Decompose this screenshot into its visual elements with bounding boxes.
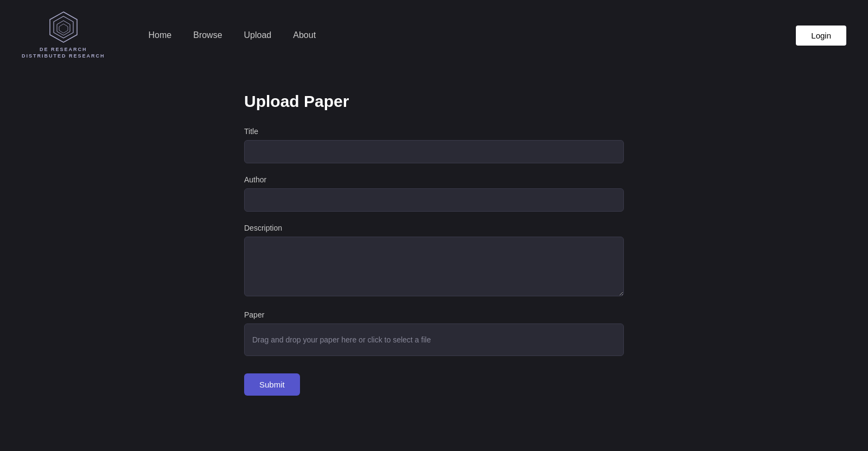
description-label: Description	[244, 224, 624, 232]
svg-marker-3	[59, 24, 68, 33]
description-textarea[interactable]	[244, 237, 624, 296]
nav-about[interactable]: About	[293, 30, 316, 40]
title-group: Title	[244, 127, 624, 163]
description-group: Description	[244, 224, 624, 298]
title-input[interactable]	[244, 140, 624, 163]
main-nav: Home Browse Upload About	[149, 30, 796, 40]
login-button[interactable]: Login	[796, 26, 846, 46]
svg-marker-1	[54, 16, 73, 38]
title-label: Title	[244, 127, 624, 136]
author-group: Author	[244, 175, 624, 212]
upload-form: Upload Paper Title Author Description Pa…	[244, 92, 624, 396]
logo: DE RESEARCH DISTRIBUTED RESEARCH	[22, 11, 105, 59]
logo-title: DE RESEARCH DISTRIBUTED RESEARCH	[22, 47, 105, 59]
file-drop-zone[interactable]: Drag and drop your paper here or click t…	[244, 323, 624, 356]
paper-label: Paper	[244, 310, 624, 319]
author-label: Author	[244, 175, 624, 184]
nav-home[interactable]: Home	[149, 30, 172, 40]
nav-upload[interactable]: Upload	[244, 30, 272, 40]
submit-button[interactable]: Submit	[244, 373, 300, 396]
file-drop-text: Drag and drop your paper here or click t…	[252, 335, 431, 344]
paper-group: Paper Drag and drop your paper here or c…	[244, 310, 624, 356]
nav-browse[interactable]: Browse	[193, 30, 222, 40]
page-title: Upload Paper	[244, 92, 624, 111]
author-input[interactable]	[244, 188, 624, 212]
